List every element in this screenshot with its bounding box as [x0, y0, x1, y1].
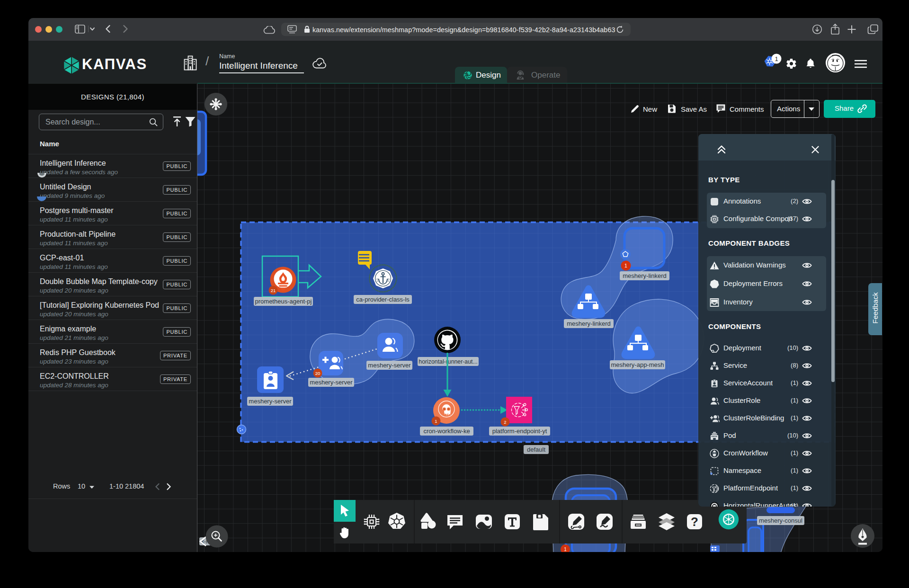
svg-text:default: default	[527, 446, 545, 453]
svg-text:2: 2	[504, 419, 506, 425]
svg-text:20: 20	[315, 371, 321, 376]
svg-text:?: ?	[691, 515, 698, 529]
svg-text:1: 1	[624, 263, 627, 268]
svg-text:meshery-consul: meshery-consul	[759, 517, 802, 524]
svg-text:meshery-linkerd: meshery-linkerd	[623, 272, 666, 279]
svg-text:1: 1	[435, 419, 437, 424]
svg-text:ca-provider-class-ls: ca-provider-class-ls	[356, 296, 410, 303]
svg-text:meshery-server: meshery-server	[310, 379, 353, 386]
svg-text:1: 1	[775, 55, 778, 62]
svg-text:cron-workflow-ke: cron-workflow-ke	[423, 428, 470, 435]
svg-text:21: 21	[271, 288, 276, 293]
svg-text:platform-endpoint-yt: platform-endpoint-yt	[492, 428, 547, 435]
svg-text:meshery-app-mesh: meshery-app-mesh	[611, 361, 664, 368]
svg-text:1: 1	[564, 547, 567, 552]
svg-text:meshery-server: meshery-server	[368, 362, 411, 369]
svg-text:meshery-server: meshery-server	[249, 398, 292, 405]
svg-text:meshery-linkerd: meshery-linkerd	[567, 320, 610, 327]
svg-text:prometheus-agent-pj: prometheus-agent-pj	[255, 298, 312, 305]
